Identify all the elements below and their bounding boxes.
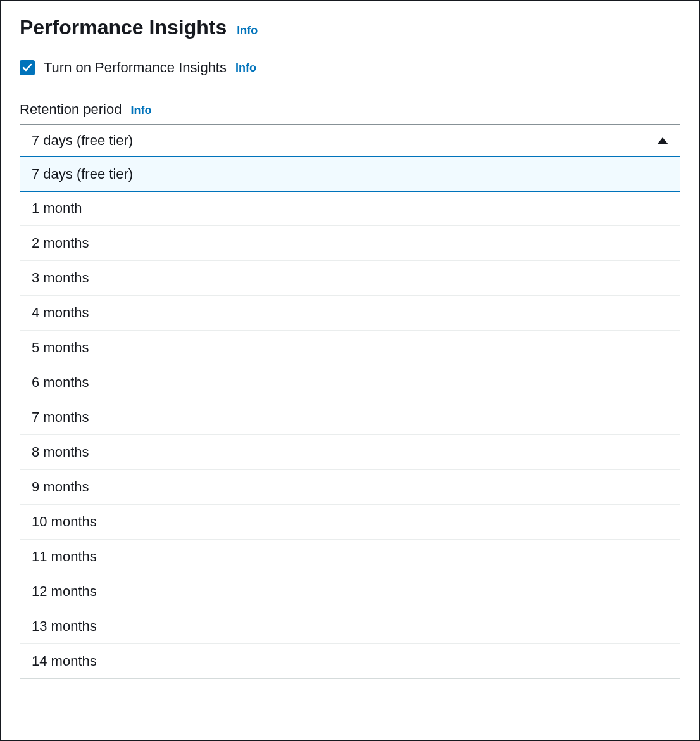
retention-label: Retention period (20, 101, 122, 118)
retention-option[interactable]: 13 months (20, 609, 680, 644)
caret-up-icon (657, 137, 668, 144)
enable-checkbox-label[interactable]: Turn on Performance Insights (44, 60, 227, 76)
performance-insights-panel: Performance Insights Info Turn on Perfor… (0, 0, 700, 741)
section-heading: Performance Insights (20, 16, 227, 39)
retention-option[interactable]: 4 months (20, 296, 680, 331)
retention-selected-value: 7 days (free tier) (32, 132, 133, 149)
heading-row: Performance Insights Info (20, 16, 680, 39)
enable-checkbox-row: Turn on Performance Insights Info (20, 60, 680, 76)
retention-option[interactable]: 5 months (20, 331, 680, 365)
retention-option[interactable]: 14 months (20, 644, 680, 678)
retention-option[interactable]: 1 month (20, 191, 680, 226)
retention-option[interactable]: 10 months (20, 505, 680, 540)
retention-option[interactable]: 2 months (20, 226, 680, 261)
checkmark-icon (22, 63, 32, 73)
retention-dropdown: 7 days (free tier) 1 month 2 months 3 mo… (20, 156, 680, 679)
enable-checkbox[interactable] (20, 60, 35, 75)
retention-label-row: Retention period Info (20, 101, 680, 118)
retention-option[interactable]: 6 months (20, 365, 680, 400)
retention-info-link[interactable]: Info (130, 104, 151, 117)
checkbox-info-link[interactable]: Info (235, 61, 256, 75)
retention-option[interactable]: 9 months (20, 470, 680, 505)
retention-option[interactable]: 12 months (20, 574, 680, 609)
retention-option[interactable]: 3 months (20, 261, 680, 296)
retention-option[interactable]: 8 months (20, 435, 680, 470)
heading-info-link[interactable]: Info (237, 24, 258, 37)
retention-option[interactable]: 11 months (20, 540, 680, 574)
retention-select[interactable]: 7 days (free tier) (20, 124, 680, 157)
retention-option[interactable]: 7 days (free tier) (20, 156, 680, 192)
retention-option[interactable]: 7 months (20, 400, 680, 435)
